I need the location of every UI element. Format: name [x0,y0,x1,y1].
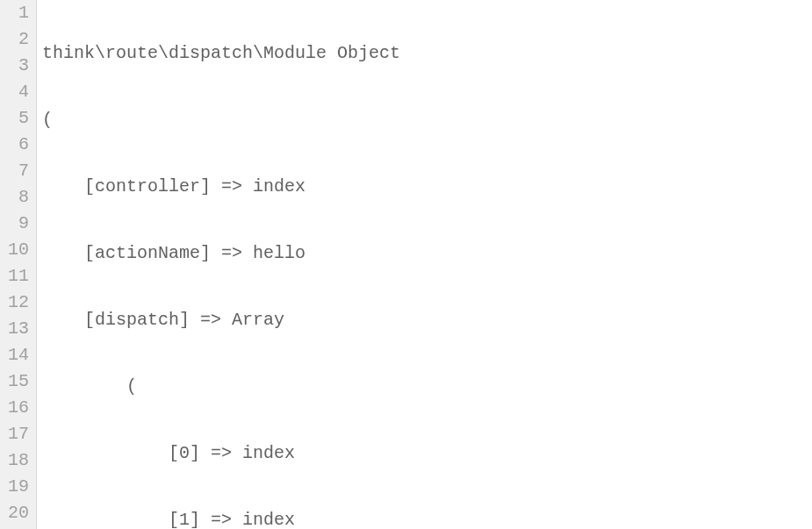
code-line: ( [42,374,812,400]
line-number: 2 [0,26,29,53]
line-number: 6 [0,132,29,158]
code-line: [dispatch] => Array [42,307,812,333]
line-number: 15 [0,368,29,395]
line-number: 3 [0,53,29,79]
code-line: ( [42,107,812,133]
code-line: [controller] => index [42,174,812,200]
line-number: 17 [0,421,29,447]
code-line: think\route\dispatch\Module Object [42,40,812,67]
line-number: 18 [0,447,29,474]
code-content[interactable]: think\route\dispatch\Module Object ( [co… [37,0,812,529]
line-number: 19 [0,474,29,500]
code-line: [0] => index [42,440,812,467]
line-number: 11 [0,263,29,290]
line-number: 5 [0,105,29,132]
code-line: [1] => index [42,507,812,529]
code-editor: 1 2 3 4 5 6 7 8 9 10 11 12 13 14 15 16 1… [0,0,812,529]
line-number: 7 [0,158,29,184]
line-number: 9 [0,211,29,237]
line-number: 20 [0,500,29,526]
line-number: 14 [0,342,29,368]
line-number: 13 [0,316,29,342]
line-number: 4 [0,79,29,105]
line-number: 1 [0,0,29,26]
code-line: [actionName] => hello [42,240,812,267]
line-number: 12 [0,290,29,316]
line-number: 10 [0,237,29,263]
line-number-gutter: 1 2 3 4 5 6 7 8 9 10 11 12 13 14 15 16 1… [0,0,37,529]
line-number: 8 [0,184,29,211]
line-number: 16 [0,395,29,421]
